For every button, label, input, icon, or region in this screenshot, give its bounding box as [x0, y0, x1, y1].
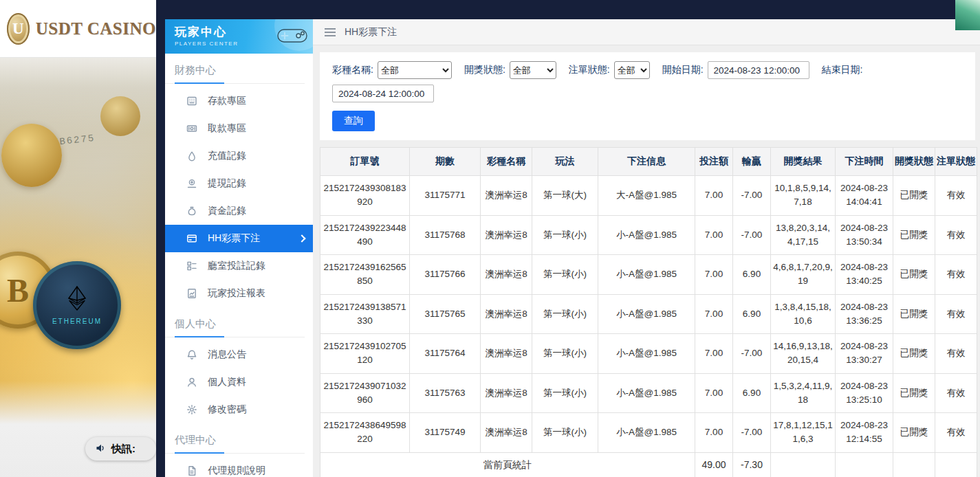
sidebar-item-recharge-records[interactable]: 充值記錄 — [165, 142, 313, 170]
breadcrumb: HH彩票下注 — [313, 19, 980, 45]
table-row: 215217243907103296031175763澳洲幸运8第一球(小)小-… — [320, 373, 977, 413]
cell-bet-time: 2024-08-23 13:25:10 — [836, 373, 893, 413]
cell-period: 31175764 — [410, 334, 481, 374]
cell-win-loss: -7.00 — [733, 334, 771, 374]
cell-draw-result: 1,5,3,2,4,11,9,18 — [771, 373, 836, 413]
sidebar-item-withdraw[interactable]: 取款專區 — [165, 115, 313, 142]
app-right: 玩家中心 PLAYERS CENTER 財務中心 — [156, 0, 980, 477]
draw-status-select[interactable]: 全部 — [510, 61, 556, 79]
cell-bet-time: 2024-08-23 13:40:25 — [836, 255, 893, 295]
sidebar-item-label: 消息公告 — [208, 348, 246, 361]
bet-table-body: 215217243930818392031175771澳洲幸运8第一球(大)大-… — [320, 176, 977, 453]
cell-draw-status: 已開獎 — [893, 255, 935, 295]
cell-bet-amount: 7.00 — [695, 215, 733, 255]
sidebar-item-deposit[interactable]: 存款專區 — [165, 87, 313, 115]
cell-bet-time: 2024-08-23 13:30:27 — [836, 334, 893, 374]
promo-photo: KB6275 B ETHEREUM — [0, 58, 156, 477]
summary-page-bet-total: 49.00 — [695, 452, 733, 477]
sidebar-item-announcements[interactable]: 消息公告 — [165, 341, 313, 368]
cell-win-loss: -7.00 — [733, 413, 771, 453]
cell-win-loss: 6.90 — [733, 294, 771, 334]
order-status-filter-label: 注單狀態: — [569, 64, 610, 76]
sidebar-item-hh-lottery-bets[interactable]: HH彩票下注 — [165, 225, 313, 252]
recharge-record-icon — [186, 151, 197, 162]
order-status-select[interactable]: 全部 — [614, 61, 650, 79]
cell-lottery-name: 澳洲幸运8 — [481, 373, 532, 413]
cell-order-number: 2152172439308183920 — [320, 176, 410, 216]
lottery-filter-label: 彩種名稱: — [332, 64, 373, 76]
table-row: 215217243930818392031175771澳洲幸运8第一球(大)大-… — [320, 176, 977, 216]
header-period: 期數 — [410, 148, 481, 176]
lottery-bet-icon — [186, 233, 197, 244]
sidebar-item-label: 廳室投註記錄 — [208, 260, 265, 272]
ethereum-label: ETHEREUM — [52, 318, 102, 325]
funds-record-icon — [186, 206, 197, 217]
summary-empty-cell — [771, 452, 836, 477]
cell-win-loss: -7.00 — [733, 176, 771, 216]
end-date-input[interactable] — [332, 85, 434, 102]
cell-lottery-name: 澳洲幸运8 — [481, 294, 532, 334]
cell-order-number: 2152172439071032960 — [320, 373, 410, 413]
query-button[interactable]: 查詢 — [332, 111, 375, 131]
cell-bet-info: 小-A盤@1.985 — [598, 215, 695, 255]
cell-period: 31175749 — [410, 413, 481, 453]
summary-page-label: 當前頁統計 — [320, 452, 695, 477]
cell-bet-time: 2024-08-23 13:50:34 — [836, 215, 893, 255]
cell-draw-result: 14,16,9,13,18,20,15,4 — [771, 334, 836, 374]
cell-lottery-name: 澳洲幸运8 — [481, 413, 532, 453]
header-lottery-name: 彩種名稱 — [481, 148, 532, 176]
sidebar-item-agent-rules[interactable]: 代理規則說明 — [165, 457, 313, 477]
cell-bet-amount: 7.00 — [695, 334, 733, 374]
cell-bet-amount: 7.00 — [695, 294, 733, 334]
sidebar-item-change-password[interactable]: 修改密碼 — [165, 396, 313, 423]
table-header-row: 訂單號 期數 彩種名稱 玩法 下注信息 投注額 輸贏 開獎結果 下注時間 開 — [320, 148, 977, 176]
cell-draw-status: 已開獎 — [893, 215, 935, 255]
header-bet-amount: 投注額 — [695, 148, 733, 176]
cell-order-status: 有效 — [935, 373, 977, 413]
agent-rules-icon — [186, 465, 197, 476]
cell-lottery-name: 澳洲幸运8 — [481, 334, 532, 374]
ethereum-coin-icon: ETHEREUM — [33, 261, 121, 349]
header-order-status: 注單狀態 — [935, 148, 977, 176]
header-draw-status: 開獎狀態 — [893, 148, 935, 176]
sidebar-item-profile[interactable]: 個人資料 — [165, 368, 313, 396]
gamepad-icon — [277, 27, 307, 47]
main-column: 玩家中心 PLAYERS CENTER 財務中心 — [165, 0, 980, 477]
sidebar-item-withdrawal-records[interactable]: 提現記錄 — [165, 170, 313, 197]
cell-lottery-name: 澳洲幸运8 — [481, 255, 532, 295]
summary-page-win-loss: -7.30 — [733, 452, 771, 477]
cell-win-loss: -7.00 — [733, 215, 771, 255]
header-bet-info: 下注信息 — [598, 148, 695, 176]
cell-win-loss: 6.90 — [733, 255, 771, 295]
header-win-loss: 輸贏 — [733, 148, 771, 176]
cell-order-number: 2152172438649598220 — [320, 413, 410, 453]
cell-bet-info: 小-A盤@1.985 — [598, 413, 695, 453]
cell-order-status: 有效 — [935, 413, 977, 453]
cell-draw-status: 已開獎 — [893, 176, 935, 216]
cell-bet-amount: 7.00 — [695, 373, 733, 413]
bet-table: 訂單號 期數 彩種名稱 玩法 下注信息 投注額 輸贏 開獎結果 下注時間 開 — [320, 147, 977, 477]
sidebar-item-label: 個人資料 — [208, 376, 246, 388]
table-row: 215217243916256585031175766澳洲幸运8第一球(小)小-… — [320, 255, 977, 295]
start-date-input[interactable] — [708, 61, 809, 79]
cell-play-type: 第一球(小) — [532, 413, 598, 453]
cell-draw-status: 已開獎 — [893, 294, 935, 334]
section-finance-center: 財務中心 — [165, 64, 305, 84]
cell-period: 31175766 — [410, 255, 481, 295]
sidebar-header: 玩家中心 PLAYERS CENTER — [165, 19, 313, 54]
cell-draw-status: 已開獎 — [893, 413, 935, 453]
news-ticker-button[interactable]: 快訊: — [85, 437, 156, 461]
start-date-label: 開始日期: — [662, 64, 704, 76]
cell-draw-result: 10,1,8,5,9,14,7,18 — [771, 176, 836, 216]
main-content: HH彩票下注 彩種名稱: 全部 開獎狀態: 全部 注單狀態: 全部 開始日 — [313, 19, 980, 477]
sidebar-item-room-bet-records[interactable]: 廳室投註記錄 — [165, 252, 313, 280]
cell-draw-result: 4,6,8,1,7,20,9,19 — [771, 255, 836, 295]
sidebar-item-label: HH彩票下注 — [208, 232, 260, 245]
lottery-select[interactable]: 全部 — [378, 61, 452, 79]
bet-table-summary: 當前頁統計 49.00 -7.30 總統計 — [320, 452, 977, 477]
menu-toggle-icon[interactable] — [324, 27, 336, 37]
cell-order-number: 2152172439162565850 — [320, 255, 410, 295]
sidebar-item-fund-records[interactable]: 資金記錄 — [165, 197, 313, 225]
sidebar-item-player-bet-report[interactable]: 玩家投注報表 — [165, 280, 313, 307]
sidebar-item-label: 存款專區 — [208, 95, 246, 107]
